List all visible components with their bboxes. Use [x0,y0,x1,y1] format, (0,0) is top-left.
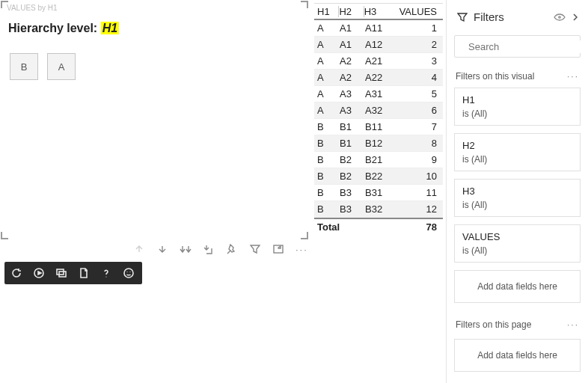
table-row[interactable]: AA3A315 [314,86,443,102]
help-icon[interactable] [100,267,112,279]
svg-point-7 [129,272,130,272]
hier-value: H1 [101,22,119,34]
report-canvas: VALUES by H1 Hierarchy level: H1 BA ··· … [0,0,446,383]
col-h1[interactable]: H1 [314,6,339,17]
filter-icon[interactable] [249,243,261,255]
log-icon[interactable] [78,267,90,279]
svg-point-4 [105,276,106,277]
table-row[interactable]: BB2B2210 [314,168,443,185]
visual-toolbar: ··· [133,243,308,255]
filter-card[interactable]: H3is (All) [454,179,581,217]
table-row[interactable]: BB2B219 [314,152,443,168]
smiley-icon[interactable] [123,267,135,279]
svg-point-6 [126,272,127,272]
matrix-table[interactable]: H1 H2 H3 VALUES AA1A111AA1A122AA2A213AA2… [314,3,443,234]
table-body: AA1A111AA1A122AA2A213AA2A224AA3A315AA3A3… [314,20,443,218]
collapse-icon[interactable] [572,12,579,22]
table-header-row: H1 H2 H3 VALUES [314,4,443,20]
pin-icon[interactable] [226,243,238,255]
filter-card[interactable]: VALUESis (All) [454,224,581,263]
eye-icon[interactable] [554,13,566,22]
reload-icon[interactable] [10,267,22,279]
dataview-icon[interactable] [55,267,67,279]
section-more-icon[interactable]: ··· [567,71,579,82]
table-row[interactable]: AA2A224 [314,70,443,86]
table-row[interactable]: AA2A213 [314,53,443,70]
col-h2[interactable]: H2 [339,6,364,17]
table-row[interactable]: BB1B128 [314,135,443,152]
table-row[interactable]: AA3A326 [314,102,443,119]
total-value: 78 [401,221,443,233]
table-row[interactable]: BB1B117 [314,119,443,135]
filter-cards: H1is (All)H2is (All)H3is (All)VALUESis (… [447,88,588,263]
drop-visual-fields[interactable]: Add data fields here [454,270,581,303]
filter-card[interactable]: H1is (All) [454,88,581,126]
section-visual-filters: Filters on this visual ··· [447,68,588,88]
total-label: Total [314,221,340,233]
resize-handle-tr[interactable] [301,1,308,8]
table-row[interactable]: AA1A111 [314,20,443,37]
drop-page-fields[interactable]: Add data fields here [454,339,581,372]
drill-down-icon[interactable] [156,243,168,255]
more-options-icon[interactable]: ··· [295,244,308,255]
hier-level-text: Hierarchy level: H1 [8,22,119,35]
expand-all-icon[interactable] [203,243,215,255]
funnel-icon [457,12,468,22]
filters-header: Filters [447,0,588,32]
hier-buttons: BA [10,53,85,80]
expand-next-level-icon[interactable] [180,243,192,255]
table-row[interactable]: BB3B3212 [314,201,443,218]
hier-prefix: Hierarchy level: [8,22,101,34]
resize-handle-bl[interactable] [1,232,8,239]
dev-toolbar [4,262,142,284]
resize-handle-br[interactable] [301,232,308,239]
svg-point-5 [124,269,133,278]
hier-button-a[interactable]: A [47,53,76,80]
table-row[interactable]: AA1A122 [314,37,443,53]
section-page-filters: Filters on this page ··· [447,316,588,336]
col-h3[interactable]: H3 [364,6,399,17]
hier-button-b[interactable]: B [10,53,38,80]
focus-mode-icon[interactable] [272,243,284,255]
svg-rect-0 [274,245,283,253]
section-more-icon[interactable]: ··· [567,319,579,330]
svg-point-8 [559,16,560,17]
filter-card[interactable]: H2is (All) [454,133,581,171]
filters-title: Filters [474,10,548,23]
play-icon[interactable] [33,267,45,279]
filters-panel: Filters Filters on this visual ··· H1is … [446,0,588,383]
filter-search[interactable] [454,35,581,58]
table-row[interactable]: BB3B3111 [314,185,443,201]
search-input[interactable] [467,40,588,53]
col-values[interactable]: VALUES [399,6,443,17]
card-visual[interactable]: VALUES by H1 Hierarchy level: H1 BA [2,2,307,238]
drill-up-icon[interactable] [133,243,145,255]
table-total-row: Total 78 [314,218,443,234]
visual-title: VALUES by H1 [7,4,58,12]
